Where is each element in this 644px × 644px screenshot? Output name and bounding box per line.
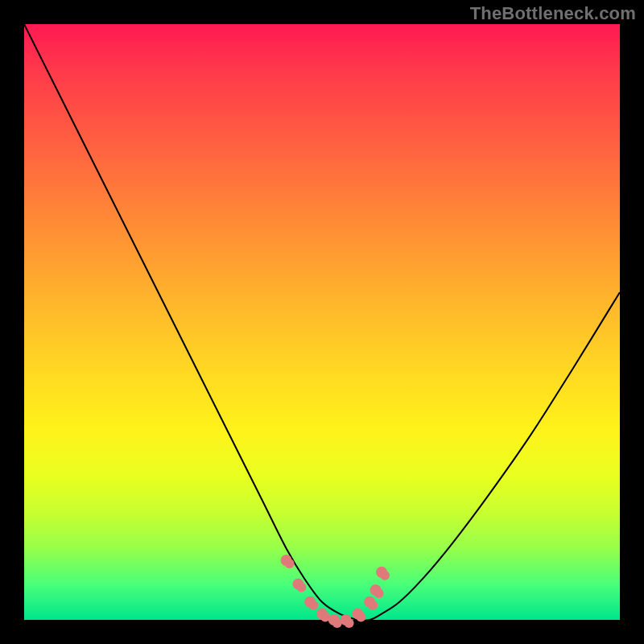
chart-frame: TheBottleneck.com <box>0 0 644 644</box>
bottleneck-curve <box>24 24 620 621</box>
optimal-zone-dot <box>368 601 378 610</box>
optimal-zone-dot <box>380 571 390 580</box>
optimal-zone-dot <box>374 588 384 598</box>
optimal-zone-dot <box>356 613 365 622</box>
optimal-zone-dot <box>308 601 318 610</box>
plot-area <box>24 24 620 620</box>
optimal-zone-dot <box>285 559 295 568</box>
watermark-text: TheBottleneck.com <box>470 3 636 24</box>
optimal-zone-dot <box>345 618 354 628</box>
optimal-zone-dot <box>296 583 306 592</box>
chart-svg <box>24 24 620 620</box>
